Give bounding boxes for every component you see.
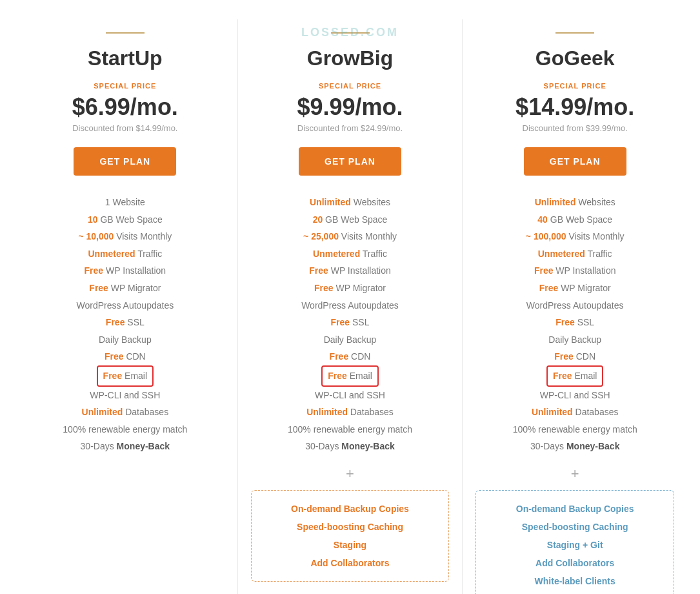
feature-item-gogeek: Unlimited Databases bbox=[475, 404, 674, 421]
feature-moneyback-growbig: 30-Days Money-Back bbox=[251, 438, 450, 455]
feature-item-startup: Unlimited Databases bbox=[26, 404, 225, 421]
feature-free-email-growbig: Free Email bbox=[251, 365, 450, 387]
extras-box-gogeek: On-demand Backup CopiesSpeed-boosting Ca… bbox=[475, 490, 674, 594]
feature-item-growbig: ~ 25,000 Visits Monthly bbox=[251, 228, 450, 245]
feature-item-startup: WordPress Autoupdates bbox=[26, 297, 225, 314]
features-list-startup: 1 Website10 GB Web Space~ 10,000 Visits … bbox=[26, 194, 225, 455]
extra-item-gogeek: On-demand Backup Copies bbox=[484, 500, 666, 518]
feature-item-startup: Free WP Installation bbox=[26, 262, 225, 280]
plus-separator-gogeek: + bbox=[475, 466, 674, 482]
plan-card-startup: StartUpSPECIAL PRICE$6.99/mo.Discounted … bbox=[13, 19, 238, 594]
feature-item-gogeek: Free CDN bbox=[475, 348, 674, 365]
feature-item-growbig: Free SSL bbox=[251, 314, 450, 331]
plans-container: StartUpSPECIAL PRICE$6.99/mo.Discounted … bbox=[13, 19, 687, 594]
feature-item-startup: Free CDN bbox=[26, 348, 225, 365]
feature-item-gogeek: 100% renewable energy match bbox=[475, 421, 674, 438]
extra-item-gogeek: Add Collaborators bbox=[484, 554, 666, 572]
top-line-growbig bbox=[331, 32, 370, 34]
features-list-growbig: Unlimited Websites20 GB Web Space~ 25,00… bbox=[251, 194, 450, 455]
feature-item-gogeek: Unlimited Websites bbox=[475, 194, 674, 211]
discounted-from-startup: Discounted from $14.99/mo. bbox=[26, 123, 225, 133]
feature-item-growbig: WP-CLI and SSH bbox=[251, 387, 450, 404]
plus-separator-growbig: + bbox=[251, 466, 450, 482]
feature-item-startup: ~ 10,000 Visits Monthly bbox=[26, 228, 225, 245]
top-line-gogeek bbox=[555, 32, 594, 34]
feature-item-growbig: Free WP Installation bbox=[251, 262, 450, 280]
feature-item-startup: Unmetered Traffic bbox=[26, 245, 225, 263]
feature-item-growbig: Unlimited Databases bbox=[251, 404, 450, 421]
feature-item-gogeek: WP-CLI and SSH bbox=[475, 387, 674, 404]
feature-item-gogeek: Daily Backup bbox=[475, 331, 674, 349]
special-price-label-gogeek: SPECIAL PRICE bbox=[475, 82, 674, 90]
feature-item-startup: 100% renewable energy match bbox=[26, 421, 225, 438]
price-startup: $6.99/mo. bbox=[26, 94, 225, 121]
price-growbig: $9.99/mo. bbox=[251, 94, 450, 121]
feature-item-growbig: Free CDN bbox=[251, 348, 450, 365]
extra-item-gogeek: White-label Clients bbox=[484, 572, 666, 590]
extra-item-gogeek: Staging + Git bbox=[484, 536, 666, 554]
extra-item-growbig: Speed-boosting Caching bbox=[259, 518, 441, 536]
features-list-gogeek: Unlimited Websites40 GB Web Space~ 100,0… bbox=[475, 194, 674, 455]
feature-item-growbig: Unmetered Traffic bbox=[251, 245, 450, 263]
price-gogeek: $14.99/mo. bbox=[475, 94, 674, 121]
extra-item-gogeek: Speed-boosting Caching bbox=[484, 518, 666, 536]
feature-item-startup: Free SSL bbox=[26, 314, 225, 331]
plan-card-gogeek: GoGeekSPECIAL PRICE$14.99/mo.Discounted … bbox=[463, 19, 687, 594]
feature-item-growbig: Unlimited Websites bbox=[251, 194, 450, 211]
feature-item-growbig: Daily Backup bbox=[251, 331, 450, 349]
feature-item-gogeek: Free SSL bbox=[475, 314, 674, 331]
feature-item-gogeek: Unmetered Traffic bbox=[475, 245, 674, 263]
plan-name-startup: StartUp bbox=[26, 46, 225, 70]
discounted-from-growbig: Discounted from $24.99/mo. bbox=[251, 123, 450, 133]
get-plan-button-gogeek[interactable]: GET PLAN bbox=[524, 147, 626, 176]
feature-item-growbig: WordPress Autoupdates bbox=[251, 297, 450, 314]
feature-moneyback-gogeek: 30-Days Money-Back bbox=[475, 438, 674, 455]
discounted-from-gogeek: Discounted from $39.99/mo. bbox=[475, 123, 674, 133]
feature-item-gogeek: Free WP Installation bbox=[475, 262, 674, 280]
feature-item-startup: WP-CLI and SSH bbox=[26, 387, 225, 404]
feature-item-growbig: 100% renewable energy match bbox=[251, 421, 450, 438]
feature-free-email-startup: Free Email bbox=[26, 365, 225, 387]
get-plan-button-startup[interactable]: GET PLAN bbox=[74, 147, 176, 176]
feature-item-growbig: 20 GB Web Space bbox=[251, 211, 450, 229]
feature-item-startup: Daily Backup bbox=[26, 331, 225, 349]
feature-item-growbig: Free WP Migrator bbox=[251, 280, 450, 297]
feature-item-gogeek: ~ 100,000 Visits Monthly bbox=[475, 228, 674, 245]
feature-item-startup: 1 Website bbox=[26, 194, 225, 211]
plan-card-growbig: LOSSED.COMGrowBigSPECIAL PRICE$9.99/mo.D… bbox=[238, 19, 463, 594]
plan-name-gogeek: GoGeek bbox=[475, 46, 674, 70]
extras-box-growbig: On-demand Backup CopiesSpeed-boosting Ca… bbox=[251, 490, 450, 582]
special-price-label-growbig: SPECIAL PRICE bbox=[251, 82, 450, 90]
feature-item-gogeek: WordPress Autoupdates bbox=[475, 297, 674, 314]
extra-item-growbig: On-demand Backup Copies bbox=[259, 500, 441, 518]
feature-item-gogeek: 40 GB Web Space bbox=[475, 211, 674, 229]
extra-item-growbig: Staging bbox=[259, 536, 441, 554]
feature-item-startup: Free WP Migrator bbox=[26, 280, 225, 297]
extra-item-growbig: Add Collaborators bbox=[259, 554, 441, 572]
plan-name-growbig: GrowBig bbox=[251, 46, 450, 70]
get-plan-button-growbig[interactable]: GET PLAN bbox=[299, 147, 401, 176]
top-line-startup bbox=[106, 32, 145, 34]
special-price-label-startup: SPECIAL PRICE bbox=[26, 82, 225, 90]
feature-free-email-gogeek: Free Email bbox=[475, 365, 674, 387]
feature-moneyback-startup: 30-Days Money-Back bbox=[26, 438, 225, 455]
feature-item-gogeek: Free WP Migrator bbox=[475, 280, 674, 297]
feature-item-startup: 10 GB Web Space bbox=[26, 211, 225, 229]
